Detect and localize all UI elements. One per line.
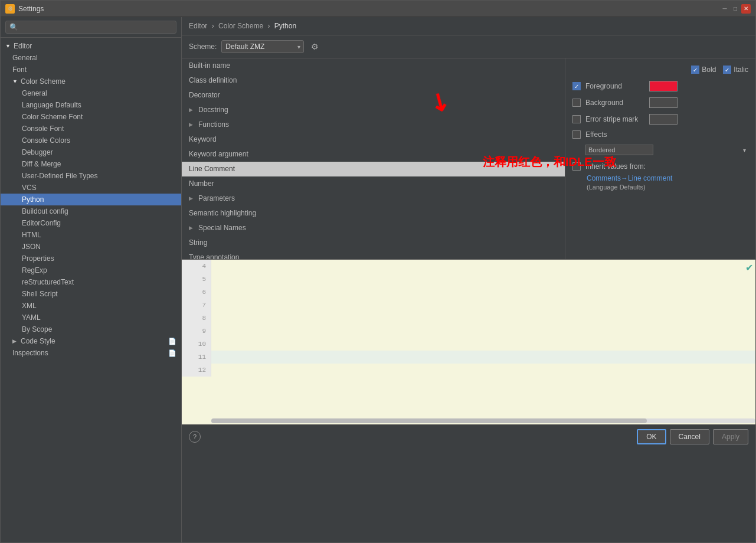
foreground-color-swatch[interactable]	[649, 81, 678, 91]
sidebar-item-console-font[interactable]: Console Font	[1, 123, 181, 135]
italic-checkbox[interactable]	[723, 66, 731, 74]
arrow-editor: ▼	[5, 43, 11, 49]
sidebar-item-console-colors[interactable]: Console Colors	[1, 135, 181, 146]
sidebar-item-color-scheme[interactable]: ▼ Color Scheme	[1, 76, 181, 87]
token-string[interactable]: String	[182, 235, 565, 250]
help-button[interactable]: ?	[189, 431, 201, 443]
token-decorator[interactable]: Decorator	[182, 88, 565, 103]
sidebar-item-regexp[interactable]: RegExp	[1, 264, 181, 276]
bold-checkbox[interactable]	[691, 66, 699, 74]
sidebar-item-xml[interactable]: XML	[1, 300, 181, 312]
sidebar-item-editor[interactable]: ▼ Editor	[1, 40, 181, 52]
sidebar-item-lang-defaults[interactable]: Language Defaults	[1, 99, 181, 111]
token-class-def[interactable]: Class definition	[182, 73, 565, 88]
error-stripe-row: Error stripe mark	[572, 114, 748, 125]
breadcrumb-editor: Editor	[189, 22, 207, 30]
token-special-names[interactable]: ▶ Special Names	[182, 221, 565, 235]
token-line-comment[interactable]: Line Comment	[182, 162, 565, 176]
breadcrumb-color-scheme: Color Scheme	[218, 22, 263, 30]
sidebar-label-console-colors: Console Colors	[22, 136, 70, 145]
token-keyword-arg[interactable]: Keyword argument	[182, 147, 565, 162]
preview-scrollbar[interactable]	[211, 418, 755, 423]
sidebar-item-yaml[interactable]: YAML	[1, 312, 181, 323]
sidebar-item-vcs[interactable]: VCS	[1, 182, 181, 194]
search-input[interactable]	[5, 21, 176, 34]
line-content-6: Semantic highlighting:	[211, 286, 388, 299]
effects-checkbox[interactable]	[572, 130, 581, 139]
sidebar-label-diff: Diff & Merge	[22, 160, 61, 168]
token-type-annotation[interactable]: Type annotation	[182, 250, 565, 259]
search-bar	[1, 17, 181, 38]
apply-button[interactable]: Apply	[713, 429, 748, 444]
sidebar-item-shell[interactable]: Shell Script	[1, 288, 181, 300]
scheme-select-wrap: Default ZMZ Default Darcula	[221, 40, 304, 53]
sidebar-item-python[interactable]: Python	[1, 194, 181, 205]
token-label-parameters: Parameters	[198, 194, 235, 202]
token-semantic-hl[interactable]: Semantic highlighting	[182, 206, 565, 221]
sidebar-item-editorconfig[interactable]: EditorConfig	[1, 217, 181, 229]
sidebar-item-cs-general[interactable]: General	[1, 87, 181, 99]
sidebar-label-restructured: reStructuredText	[22, 278, 74, 286]
close-button[interactable]: ✕	[741, 4, 751, 14]
sidebar-item-diff[interactable]: Diff & Merge	[1, 158, 181, 170]
sidebar-label-editor: Editor	[14, 42, 32, 50]
main-content: ▼ Editor General Font ▼ Color Scheme Gen…	[1, 17, 755, 542]
inherit-link[interactable]: Comments→Line comment	[587, 174, 672, 182]
line-num-5: 5	[182, 273, 211, 286]
background-checkbox[interactable]	[572, 99, 581, 107]
sidebar-item-inspections[interactable]: Inspections 📄	[1, 347, 181, 359]
scheme-select[interactable]: Default ZMZ Default Darcula	[221, 40, 304, 53]
effects-select[interactable]: Bordered Underscored Bold Underscored	[585, 145, 653, 155]
app-icon: ⚙	[5, 4, 15, 14]
maximize-button[interactable]: □	[731, 4, 740, 14]
preview-panel: ✔ 4 @param x Parameter 5	[182, 259, 755, 424]
gear-button[interactable]: ⚙	[309, 41, 321, 53]
line-num-10: 10	[182, 338, 211, 351]
effects-select-container: Bordered Underscored Bold Underscored	[585, 145, 748, 155]
sidebar-item-cs-font[interactable]: Color Scheme Font	[1, 111, 181, 123]
title-bar-left: ⚙ Settings	[5, 4, 44, 14]
sidebar-label-codestyle: Code Style	[21, 337, 55, 345]
token-parameters[interactable]: ▶ Parameters	[182, 191, 565, 206]
token-keyword[interactable]: Keyword	[182, 132, 565, 147]
sidebar-item-font[interactable]: Font	[1, 64, 181, 76]
sidebar-label-python: Python	[22, 195, 44, 204]
sidebar-item-udft[interactable]: User-Defined File Types	[1, 170, 181, 182]
sidebar-item-debugger[interactable]: Debugger	[1, 146, 181, 158]
sidebar-item-byscope[interactable]: By Scope	[1, 323, 181, 335]
sidebar-label-editorconfig: EditorConfig	[22, 219, 61, 227]
sidebar-item-html[interactable]: HTML	[1, 229, 181, 241]
sidebar-label-html: HTML	[22, 231, 41, 239]
background-color-swatch[interactable]	[649, 97, 678, 108]
cancel-button[interactable]: Cancel	[670, 429, 709, 444]
token-label-builtin: Built-in name	[189, 61, 230, 70]
sidebar-item-properties[interactable]: Properties	[1, 253, 181, 264]
sidebar-label-regexp: RegExp	[22, 266, 47, 274]
inherit-sub: (Language Defaults)	[587, 184, 748, 191]
token-docstring[interactable]: ▶ Docstring	[182, 103, 565, 117]
sidebar-item-restructured[interactable]: reStructuredText	[1, 276, 181, 288]
error-stripe-color-swatch[interactable]	[649, 114, 678, 125]
token-number[interactable]: Number	[182, 176, 565, 191]
sidebar-item-codestyle[interactable]: ▶ Code Style 📄	[1, 335, 181, 347]
error-stripe-checkbox[interactable]	[572, 115, 581, 123]
scheme-bar: Scheme: Default ZMZ Default Darcula ⚙	[182, 35, 755, 58]
code-line-11: 11 s = ("Test", 2+3, {'a': 'b'}, f'{x!s:…	[182, 351, 755, 364]
minimize-button[interactable]: ─	[720, 4, 729, 14]
line-content-8: Color#1 SC1.1 SC1.2 SC1.3 SC1.4 Color#2 …	[211, 312, 546, 325]
line-num-7: 7	[182, 299, 211, 312]
token-builtin-name[interactable]: Built-in name	[182, 58, 565, 73]
code-line-6: 6 Semantic highlighting:	[182, 286, 755, 299]
token-functions[interactable]: ▶ Functions	[182, 117, 565, 132]
token-label-string: String	[189, 238, 207, 247]
sidebar-label-properties: Properties	[22, 254, 54, 263]
foreground-checkbox[interactable]	[572, 82, 581, 90]
code-line-8: 8 Color#1 SC1.1 SC1.2 SC1.3 SC1.4 Color#…	[182, 312, 755, 325]
inherit-checkbox[interactable]	[572, 162, 581, 171]
sidebar-item-general[interactable]: General	[1, 52, 181, 64]
style-options: Bold Italic	[572, 66, 748, 74]
sidebar-item-buildout[interactable]: Buildout config	[1, 205, 181, 217]
sidebar-item-json[interactable]: JSON	[1, 241, 181, 253]
error-stripe-label: Error stripe mark	[585, 115, 644, 123]
ok-button[interactable]: OK	[637, 429, 666, 444]
